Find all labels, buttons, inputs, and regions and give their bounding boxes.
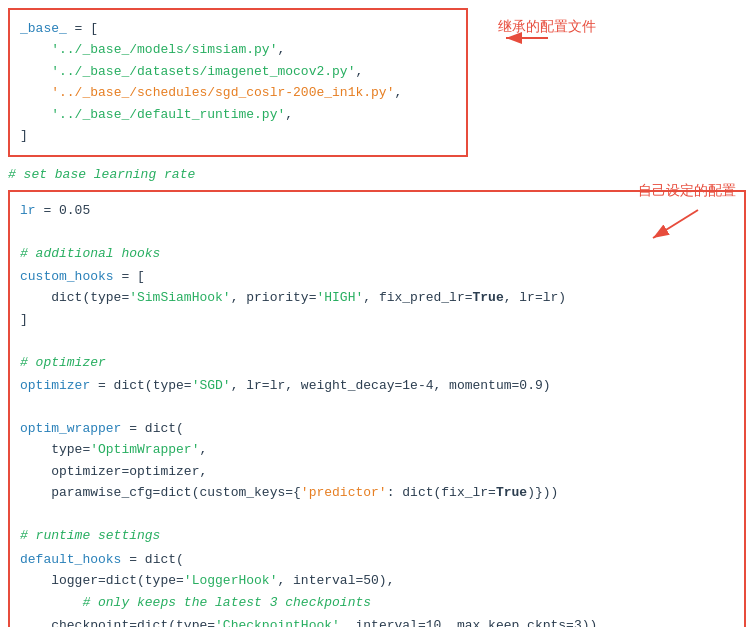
comment-hooks: # additional hooks — [20, 243, 734, 264]
comment-optimizer: # optimizer — [20, 352, 734, 373]
inherited-arrow — [448, 8, 558, 68]
optimizer-line: optimizer = dict(type='SGD', lr=lr, weig… — [20, 375, 734, 396]
code-box-top: _base_ = [ '../_base_/models/simsiam.py'… — [8, 8, 468, 157]
lr-line: lr = 0.05 — [20, 200, 734, 221]
blank1 — [20, 221, 734, 242]
optim-optimizer: optimizer=optimizer, — [20, 461, 734, 482]
default-hooks-open: default_hooks = dict( — [20, 549, 734, 570]
checkpoint-line: checkpoint=dict(type='CheckpointHook', i… — [20, 615, 734, 627]
comment-checkpoint: # only keeps the latest 3 checkpoints — [20, 592, 734, 613]
section-top: _base_ = [ '../_base_/models/simsiam.py'… — [8, 8, 746, 157]
custom-arrow — [638, 200, 738, 250]
optim-wrapper-open: optim_wrapper = dict( — [20, 418, 734, 439]
svg-line-3 — [653, 210, 698, 238]
comment-lr: # set base learning rate — [8, 167, 746, 182]
custom-annotation: 自己设定的配置 — [638, 182, 736, 200]
dict-line: dict(type='SimSiamHook', priority='HIGH'… — [20, 287, 734, 308]
top-line4: '../_base_/schedules/sgd_coslr-200e_in1k… — [20, 82, 456, 103]
page-wrapper: _base_ = [ '../_base_/models/simsiam.py'… — [0, 0, 754, 627]
close-bracket: ] — [20, 309, 734, 330]
blank3 — [20, 397, 734, 418]
custom-hooks-open: custom_hooks = [ — [20, 266, 734, 287]
optim-paramwise: paramwise_cfg=dict(custom_keys={'predict… — [20, 482, 734, 503]
top-line5: '../_base_/default_runtime.py', — [20, 104, 456, 125]
code-box-bottom: lr = 0.05 # additional hooks custom_hook… — [8, 190, 746, 627]
blank2 — [20, 330, 734, 351]
section-bottom: 自己设定的配置 lr = 0.05 # additional hooks cus… — [8, 190, 746, 627]
comment-runtime: # runtime settings — [20, 525, 734, 546]
top-line2: '../_base_/models/simsiam.py', — [20, 39, 456, 60]
optim-type: type='OptimWrapper', — [20, 439, 734, 460]
divider-comment: # set base learning rate — [8, 167, 746, 182]
top-line3: '../_base_/datasets/imagenet_mocov2.py', — [20, 61, 456, 82]
top-line6: ] — [20, 125, 456, 146]
top-line1: _base_ = [ — [20, 18, 456, 39]
logger-line: logger=dict(type='LoggerHook', interval=… — [20, 570, 734, 591]
blank4 — [20, 504, 734, 525]
